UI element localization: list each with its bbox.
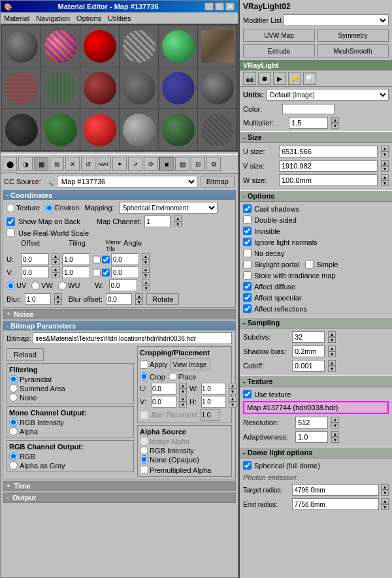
v-size-spinner[interactable]: ▲▼ — [381, 160, 389, 172]
preview-cell[interactable] — [159, 25, 197, 67]
backlight-btn[interactable]: ◑ — [18, 157, 33, 171]
output-collapse[interactable]: - — [7, 494, 8, 501]
resolution-input[interactable] — [295, 417, 328, 428]
shadow-bias-input[interactable] — [292, 345, 325, 357]
bitmap-path-input[interactable] — [33, 332, 232, 344]
graph-tool-btn[interactable]: 📊 — [303, 72, 316, 85]
summed-area-radio[interactable] — [9, 384, 18, 393]
sample-uv-btn[interactable]: ⊞ — [50, 157, 64, 171]
emit-radius-spinner[interactable]: ▲▼ — [381, 498, 389, 510]
sampling-group-header[interactable]: - Sampling — [240, 317, 392, 329]
menu-utilities[interactable]: Utilities — [108, 14, 131, 22]
cutoff-spinner[interactable]: ▲▼ — [328, 360, 336, 372]
none-filter-radio[interactable] — [9, 393, 18, 402]
angle-w-input[interactable] — [109, 280, 137, 291]
meshsmooth-button[interactable]: MeshSmooth — [317, 44, 389, 57]
material-btn[interactable]: MAT — [97, 157, 111, 171]
mapping-dropdown[interactable]: Spherical Environment — [120, 202, 218, 214]
cutoff-input[interactable] — [292, 360, 325, 372]
cast-shadows-checkbox[interactable] — [243, 204, 252, 213]
resolution-spinner[interactable]: ▲▼ — [331, 417, 339, 428]
record-tool-btn[interactable]: ⏺ — [258, 72, 271, 85]
blur-offset-input[interactable] — [106, 293, 132, 305]
multiplier-spinner[interactable]: ▲▼ — [331, 117, 339, 129]
double-sided-checkbox[interactable] — [243, 216, 252, 224]
adaptiveness-spinner[interactable]: ▲▼ — [331, 431, 339, 443]
sample-type-btn[interactable]: ⬤ — [3, 157, 17, 171]
bg-btn[interactable]: ▦ — [34, 157, 48, 171]
invisible-checkbox[interactable] — [243, 227, 252, 235]
tiling-v-input[interactable] — [62, 266, 90, 278]
preview-cell[interactable] — [41, 67, 80, 108]
preview-cell[interactable] — [2, 67, 41, 108]
image-alpha-radio[interactable] — [140, 437, 148, 445]
preview-cell[interactable] — [80, 109, 119, 150]
blur-offset-spinner[interactable]: ▲▼ — [135, 293, 143, 305]
extrude-button[interactable]: Extrude — [243, 44, 315, 57]
tile-v-checkbox[interactable] — [102, 268, 110, 277]
spherical-checkbox[interactable] — [243, 461, 252, 470]
adaptiveness-input[interactable] — [295, 431, 328, 443]
preview-cell[interactable] — [2, 25, 41, 67]
bitmap-collapse[interactable]: - — [7, 323, 8, 329]
coordinates-collapse[interactable]: - — [7, 192, 8, 199]
play-tool-btn[interactable]: ▶ — [273, 72, 286, 85]
place-radio[interactable] — [169, 372, 177, 381]
preview-cell[interactable] — [80, 67, 119, 108]
bitmap-button[interactable]: Bitmap — [201, 176, 235, 187]
size-group-header[interactable]: - Size — [240, 131, 392, 143]
offset-u-input[interactable] — [21, 253, 49, 265]
auto-btn[interactable]: ↺ — [81, 157, 95, 171]
vw-radio[interactable] — [31, 281, 40, 290]
crop-v-input[interactable] — [152, 396, 176, 408]
tiling-u-input[interactable] — [62, 253, 90, 265]
premultiplied-checkbox[interactable] — [140, 466, 148, 474]
preview-cell[interactable] — [198, 67, 237, 108]
mirror-u-checkbox[interactable] — [93, 255, 101, 264]
preview-cell[interactable] — [2, 109, 41, 150]
target-radius-input[interactable] — [292, 484, 379, 496]
active-btn[interactable]: ■ — [159, 157, 174, 171]
affect-reflections-checkbox[interactable] — [243, 304, 252, 313]
crop-h-spinner[interactable]: ▲▼ — [229, 396, 237, 408]
rgb-radio[interactable] — [9, 452, 18, 460]
affect-specular-checkbox[interactable] — [243, 293, 252, 302]
key-tool-btn[interactable]: 🔑 — [288, 72, 301, 85]
preview-cell[interactable] — [80, 25, 119, 67]
real-world-checkbox[interactable] — [7, 229, 15, 237]
symmetry-button[interactable]: Symmetry — [317, 29, 389, 42]
alpha-rgb-radio[interactable] — [140, 446, 148, 455]
no-decay-checkbox[interactable] — [243, 249, 252, 257]
preview-cell[interactable] — [198, 25, 237, 67]
preview-cell[interactable] — [159, 67, 197, 108]
subdivs-spinner[interactable]: ▲▼ — [328, 331, 336, 343]
texture-group-header[interactable]: - Texture — [240, 376, 392, 387]
blur-input[interactable] — [25, 293, 51, 305]
crop-h-input[interactable] — [201, 396, 226, 408]
video-btn[interactable]: ✕ — [65, 157, 80, 171]
view-image-button[interactable]: View Image — [170, 359, 210, 370]
angle-u-input[interactable] — [111, 253, 139, 265]
pyramidal-radio[interactable] — [9, 375, 18, 383]
w-size-spinner[interactable]: ▲▼ — [381, 174, 389, 186]
simple-checkbox[interactable] — [305, 260, 314, 268]
crop-radio[interactable] — [140, 372, 148, 381]
put-to-btn[interactable]: ↗ — [128, 157, 142, 171]
crop-w-input[interactable] — [201, 383, 226, 394]
camera-tool-btn[interactable]: 📷 — [243, 72, 256, 85]
edit-btn[interactable]: ▤ — [175, 157, 189, 171]
w-size-input[interactable] — [279, 174, 378, 186]
ignore-normals-checkbox[interactable] — [243, 238, 252, 246]
angle-v-input[interactable] — [111, 266, 139, 278]
store-irradiance-checkbox[interactable] — [243, 271, 252, 280]
modifier-list-dropdown[interactable] — [284, 14, 389, 26]
close-button[interactable]: ✕ — [225, 3, 235, 10]
subdivs-input[interactable] — [292, 331, 325, 343]
reload-button[interactable]: Reload — [7, 348, 44, 361]
pick-btn[interactable]: ✦ — [112, 157, 127, 171]
rotate-button[interactable]: Rotate — [146, 293, 179, 305]
alpha-gray-radio[interactable] — [9, 461, 18, 470]
uvw-map-button[interactable]: UVW Map — [243, 29, 315, 42]
maximize-button[interactable]: □ — [215, 3, 224, 10]
map-channel-input[interactable] — [144, 216, 171, 227]
